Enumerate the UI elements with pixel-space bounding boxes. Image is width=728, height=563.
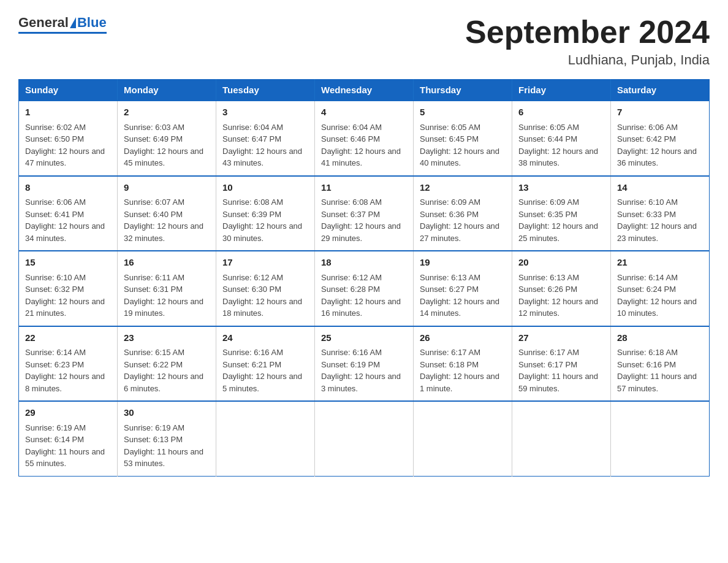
day-sunrise: Sunrise: 6:03 AMSunset: 6:49 PMDaylight:… <box>124 123 203 168</box>
table-cell <box>315 401 414 476</box>
table-cell: 29Sunrise: 6:19 AMSunset: 6:14 PMDayligh… <box>19 401 118 476</box>
table-cell: 26Sunrise: 6:17 AMSunset: 6:18 PMDayligh… <box>414 326 512 402</box>
day-number: 21 <box>617 256 703 270</box>
table-cell: 21Sunrise: 6:14 AMSunset: 6:24 PMDayligh… <box>611 251 710 326</box>
logo-general: General <box>18 15 69 31</box>
day-sunrise: Sunrise: 6:09 AMSunset: 6:36 PMDaylight:… <box>420 197 499 243</box>
day-sunrise: Sunrise: 6:06 AMSunset: 6:41 PMDaylight:… <box>25 197 105 243</box>
day-number: 23 <box>124 331 210 345</box>
day-number: 28 <box>617 331 703 345</box>
table-cell: 5Sunrise: 6:05 AMSunset: 6:45 PMDaylight… <box>414 101 512 176</box>
day-number: 10 <box>222 181 308 195</box>
calendar-week-row: 22Sunrise: 6:14 AMSunset: 6:23 PMDayligh… <box>19 326 710 402</box>
page-header: General Blue September 2024 Ludhiana, Pu… <box>18 15 710 68</box>
day-number: 4 <box>321 105 407 120</box>
table-cell: 30Sunrise: 6:19 AMSunset: 6:13 PMDayligh… <box>118 401 216 476</box>
day-number: 15 <box>25 256 111 270</box>
col-friday: Friday <box>512 80 611 101</box>
table-cell: 17Sunrise: 6:12 AMSunset: 6:30 PMDayligh… <box>216 251 315 326</box>
table-cell: 3Sunrise: 6:04 AMSunset: 6:47 PMDaylight… <box>216 101 315 176</box>
table-cell <box>414 401 512 476</box>
table-cell: 11Sunrise: 6:08 AMSunset: 6:37 PMDayligh… <box>315 176 414 251</box>
table-cell: 23Sunrise: 6:15 AMSunset: 6:22 PMDayligh… <box>118 326 216 402</box>
calendar-header-row: Sunday Monday Tuesday Wednesday Thursday… <box>19 80 710 101</box>
day-sunrise: Sunrise: 6:19 AMSunset: 6:13 PMDaylight:… <box>124 423 203 469</box>
day-sunrise: Sunrise: 6:17 AMSunset: 6:18 PMDaylight:… <box>420 348 499 393</box>
day-sunrise: Sunrise: 6:15 AMSunset: 6:22 PMDaylight:… <box>124 348 203 393</box>
col-monday: Monday <box>118 80 216 101</box>
col-tuesday: Tuesday <box>216 80 315 101</box>
table-cell: 7Sunrise: 6:06 AMSunset: 6:42 PMDaylight… <box>611 101 710 176</box>
calendar-subtitle: Ludhiana, Punjab, India <box>465 52 710 68</box>
day-sunrise: Sunrise: 6:07 AMSunset: 6:40 PMDaylight:… <box>124 197 203 243</box>
logo-underline <box>18 32 107 34</box>
table-cell: 22Sunrise: 6:14 AMSunset: 6:23 PMDayligh… <box>19 326 118 402</box>
day-sunrise: Sunrise: 6:16 AMSunset: 6:21 PMDaylight:… <box>222 348 302 393</box>
day-number: 8 <box>25 181 111 195</box>
day-number: 16 <box>124 256 210 270</box>
day-number: 26 <box>420 331 506 345</box>
day-sunrise: Sunrise: 6:12 AMSunset: 6:30 PMDaylight:… <box>222 273 302 318</box>
day-number: 13 <box>518 181 604 195</box>
day-number: 11 <box>321 181 407 195</box>
day-sunrise: Sunrise: 6:09 AMSunset: 6:35 PMDaylight:… <box>518 197 598 243</box>
table-cell: 8Sunrise: 6:06 AMSunset: 6:41 PMDaylight… <box>19 176 118 251</box>
day-sunrise: Sunrise: 6:04 AMSunset: 6:46 PMDaylight:… <box>321 123 401 168</box>
table-cell: 28Sunrise: 6:18 AMSunset: 6:16 PMDayligh… <box>611 326 710 402</box>
day-sunrise: Sunrise: 6:13 AMSunset: 6:26 PMDaylight:… <box>518 273 598 318</box>
col-saturday: Saturday <box>611 80 710 101</box>
day-sunrise: Sunrise: 6:08 AMSunset: 6:39 PMDaylight:… <box>222 197 302 243</box>
day-number: 3 <box>222 105 308 120</box>
calendar-week-row: 15Sunrise: 6:10 AMSunset: 6:32 PMDayligh… <box>19 251 710 326</box>
table-cell: 1Sunrise: 6:02 AMSunset: 6:50 PMDaylight… <box>19 101 118 176</box>
day-sunrise: Sunrise: 6:13 AMSunset: 6:27 PMDaylight:… <box>420 273 499 318</box>
day-number: 19 <box>420 256 506 270</box>
day-sunrise: Sunrise: 6:12 AMSunset: 6:28 PMDaylight:… <box>321 273 401 318</box>
calendar-week-row: 8Sunrise: 6:06 AMSunset: 6:41 PMDaylight… <box>19 176 710 251</box>
table-cell: 25Sunrise: 6:16 AMSunset: 6:19 PMDayligh… <box>315 326 414 402</box>
day-number: 30 <box>124 406 210 420</box>
day-number: 17 <box>222 256 308 270</box>
table-cell: 10Sunrise: 6:08 AMSunset: 6:39 PMDayligh… <box>216 176 315 251</box>
day-sunrise: Sunrise: 6:16 AMSunset: 6:19 PMDaylight:… <box>321 348 401 393</box>
day-number: 18 <box>321 256 407 270</box>
day-sunrise: Sunrise: 6:02 AMSunset: 6:50 PMDaylight:… <box>25 123 105 168</box>
day-sunrise: Sunrise: 6:08 AMSunset: 6:37 PMDaylight:… <box>321 197 401 243</box>
day-number: 5 <box>420 105 506 120</box>
title-block: September 2024 Ludhiana, Punjab, India <box>465 15 710 68</box>
table-cell <box>512 401 611 476</box>
logo-blue: Blue <box>77 15 107 31</box>
table-cell: 16Sunrise: 6:11 AMSunset: 6:31 PMDayligh… <box>118 251 216 326</box>
table-cell: 12Sunrise: 6:09 AMSunset: 6:36 PMDayligh… <box>414 176 512 251</box>
table-cell: 6Sunrise: 6:05 AMSunset: 6:44 PMDaylight… <box>512 101 611 176</box>
day-number: 6 <box>518 105 604 120</box>
day-number: 25 <box>321 331 407 345</box>
table-cell <box>611 401 710 476</box>
day-sunrise: Sunrise: 6:18 AMSunset: 6:16 PMDaylight:… <box>617 348 697 393</box>
table-cell: 14Sunrise: 6:10 AMSunset: 6:33 PMDayligh… <box>611 176 710 251</box>
calendar-table: Sunday Monday Tuesday Wednesday Thursday… <box>18 79 710 477</box>
day-sunrise: Sunrise: 6:14 AMSunset: 6:24 PMDaylight:… <box>617 273 697 318</box>
table-cell: 9Sunrise: 6:07 AMSunset: 6:40 PMDaylight… <box>118 176 216 251</box>
day-sunrise: Sunrise: 6:10 AMSunset: 6:33 PMDaylight:… <box>617 197 697 243</box>
logo: General Blue <box>18 15 107 34</box>
calendar-week-row: 1Sunrise: 6:02 AMSunset: 6:50 PMDaylight… <box>19 101 710 176</box>
day-number: 14 <box>617 181 703 195</box>
day-number: 20 <box>518 256 604 270</box>
calendar-week-row: 29Sunrise: 6:19 AMSunset: 6:14 PMDayligh… <box>19 401 710 476</box>
day-number: 1 <box>25 105 111 120</box>
day-number: 7 <box>617 105 703 120</box>
table-cell: 24Sunrise: 6:16 AMSunset: 6:21 PMDayligh… <box>216 326 315 402</box>
table-cell: 19Sunrise: 6:13 AMSunset: 6:27 PMDayligh… <box>414 251 512 326</box>
day-sunrise: Sunrise: 6:05 AMSunset: 6:44 PMDaylight:… <box>518 123 598 168</box>
day-sunrise: Sunrise: 6:17 AMSunset: 6:17 PMDaylight:… <box>518 348 598 393</box>
table-cell <box>216 401 315 476</box>
day-number: 27 <box>518 331 604 345</box>
day-number: 22 <box>25 331 111 345</box>
col-thursday: Thursday <box>414 80 512 101</box>
day-number: 2 <box>124 105 210 120</box>
day-number: 24 <box>222 331 308 345</box>
day-number: 9 <box>124 181 210 195</box>
table-cell: 18Sunrise: 6:12 AMSunset: 6:28 PMDayligh… <box>315 251 414 326</box>
day-number: 12 <box>420 181 506 195</box>
